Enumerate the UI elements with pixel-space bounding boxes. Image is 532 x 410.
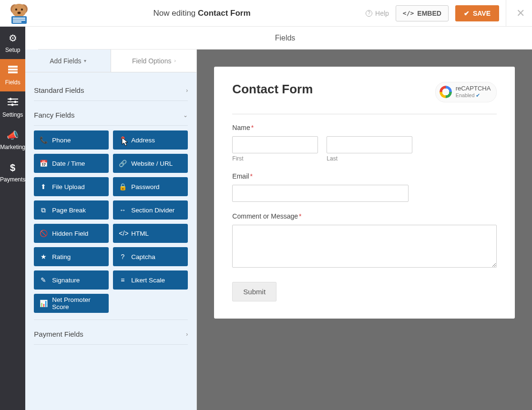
field-hidden-field[interactable]: 🚫Hidden Field	[34, 224, 109, 243]
field-likert-scale[interactable]: ≡Likert Scale	[113, 270, 188, 290]
section-payment-fields[interactable]: Payment Fields ›	[34, 325, 188, 343]
nav-payments[interactable]: $ Payments	[0, 156, 25, 189]
divider	[34, 344, 188, 345]
tab-add-fields-label: Add Fields	[50, 57, 81, 65]
chevron-right-icon: ›	[186, 87, 188, 94]
editing-title: Now editing Contact Form	[38, 9, 366, 18]
last-sublabel: Last	[327, 155, 412, 162]
phone-icon: 📞	[40, 136, 47, 144]
list-icon	[8, 65, 18, 76]
svg-point-18	[11, 103, 13, 106]
verified-icon: ✔	[476, 92, 480, 98]
field-signature[interactable]: ✎Signature	[34, 270, 109, 290]
form-title: Contact Form	[232, 82, 313, 97]
message-label: Comment or Message*	[232, 212, 497, 220]
field-net-promoter-score[interactable]: 📊Net Promoter Score	[34, 294, 109, 313]
first-name-input[interactable]	[232, 136, 318, 153]
divider	[34, 320, 188, 320]
nav-marketing[interactable]: 📣 Marketing	[0, 124, 25, 156]
close-button[interactable]: ✕	[513, 7, 528, 20]
field-label: Signature	[52, 277, 80, 284]
field-address[interactable]: 📍Address	[113, 130, 188, 150]
svg-point-5	[18, 11, 21, 14]
last-name-input[interactable]	[327, 136, 412, 153]
save-button[interactable]: ✔ SAVE	[455, 5, 499, 21]
field-rating[interactable]: ★Rating	[34, 247, 109, 266]
field-label: Date / Time	[52, 160, 85, 167]
field-label: Website / URL	[131, 160, 173, 167]
chevron-down-icon: ▾	[84, 58, 86, 63]
save-label: SAVE	[473, 10, 491, 17]
recaptcha-icon	[440, 86, 452, 98]
embed-button[interactable]: </> EMBED	[396, 5, 449, 21]
tab-field-options[interactable]: Field Options ›	[111, 50, 196, 72]
field-section-divider[interactable]: ↔Section Divider	[113, 200, 188, 220]
divider	[506, 0, 506, 27]
section-fancy-label: Fancy Fields	[34, 111, 74, 119]
svg-point-2	[12, 4, 26, 17]
chevron-down-icon: ⌄	[183, 112, 188, 119]
megaphone-icon: 📣	[7, 130, 19, 141]
field-password[interactable]: 🔒Password	[113, 177, 188, 196]
likert-scale-icon: ≡	[119, 276, 126, 284]
panel-title: Fields	[38, 27, 532, 50]
nav-setup[interactable]: ⚙ Setup	[0, 27, 25, 59]
tab-add-fields[interactable]: Add Fields ▾	[25, 50, 111, 72]
svg-rect-13	[8, 99, 18, 100]
field-label: Phone	[52, 137, 71, 144]
svg-rect-7	[13, 18, 25, 19]
field-captcha[interactable]: ?Captcha	[113, 247, 188, 266]
message-textarea[interactable]	[232, 225, 497, 268]
first-sublabel: First	[232, 155, 318, 162]
field-file-upload[interactable]: ⬆File Upload	[34, 177, 109, 196]
svg-rect-9	[13, 21, 21, 22]
svg-rect-10	[8, 66, 18, 68]
submit-button[interactable]: Submit	[232, 282, 276, 301]
required-asterisk: *	[299, 212, 301, 220]
required-asterisk: *	[250, 172, 252, 180]
page-break-icon: ⧉	[40, 206, 47, 214]
embed-icon: </>	[403, 10, 414, 17]
rating-icon: ★	[40, 253, 47, 260]
email-input[interactable]	[232, 185, 409, 202]
field-label: Hidden Field	[52, 230, 88, 237]
nav-payments-label: Payments	[0, 176, 25, 183]
required-asterisk: *	[251, 124, 254, 131]
field-label: Section Divider	[131, 207, 174, 214]
file-upload-icon: ⬆	[40, 183, 47, 190]
svg-point-16	[9, 98, 11, 100]
recaptcha-badge[interactable]: reCAPTCHA Enabled ✔	[435, 82, 497, 102]
field-label: Likert Scale	[131, 277, 165, 284]
help-icon: ?	[366, 10, 372, 17]
html-icon: </>	[119, 230, 126, 237]
field-page-break[interactable]: ⧉Page Break	[34, 200, 109, 220]
website-url-icon: 🔗	[119, 160, 126, 167]
field-label: HTML	[131, 230, 149, 237]
field-phone[interactable]: 📞Phone	[34, 130, 109, 150]
field-date-time[interactable]: 📅Date / Time	[34, 154, 109, 173]
sliders-icon	[8, 98, 18, 109]
svg-point-3	[15, 8, 17, 10]
nav-fields[interactable]: Fields	[0, 59, 25, 91]
nav-settings[interactable]: Settings	[0, 91, 25, 124]
nav-settings-label: Settings	[2, 111, 23, 118]
nav-setup-label: Setup	[5, 47, 20, 53]
svg-rect-8	[13, 20, 25, 20]
svg-rect-12	[8, 71, 18, 73]
net-promoter-score-icon: 📊	[40, 300, 47, 307]
help-label: Help	[375, 10, 389, 17]
wpforms-logo-icon	[7, 2, 31, 25]
field-website-url[interactable]: 🔗Website / URL	[113, 154, 188, 173]
field-html[interactable]: </>HTML	[113, 224, 188, 243]
section-fancy-fields[interactable]: Fancy Fields ⌄	[34, 106, 188, 124]
gear-icon: ⚙	[9, 32, 17, 44]
divider	[34, 125, 188, 126]
section-standard-fields[interactable]: Standard Fields ›	[34, 81, 188, 100]
app-logo	[0, 0, 38, 27]
chevron-right-icon: ›	[186, 331, 188, 338]
close-icon: ✕	[516, 7, 525, 19]
form-name[interactable]: Contact Form	[198, 9, 251, 18]
help-link[interactable]: ? Help	[366, 10, 389, 17]
recaptcha-status: Enabled	[456, 92, 475, 98]
name-label: Name*	[232, 124, 497, 131]
